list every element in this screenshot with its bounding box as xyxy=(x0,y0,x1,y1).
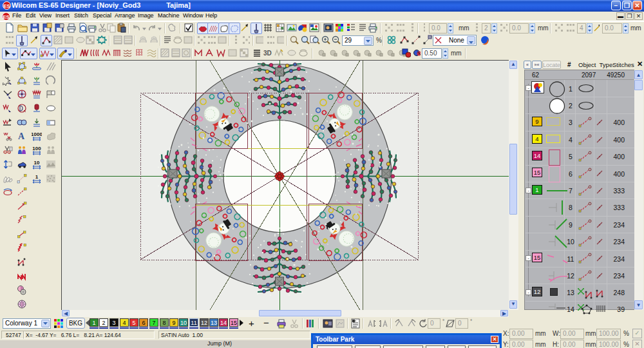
svg-text:1000: 1000 xyxy=(32,131,42,137)
svg-text:100: 100 xyxy=(32,146,41,151)
svg-text:3D: 3D xyxy=(263,50,272,57)
svg-text:A: A xyxy=(18,131,25,141)
svg-text:10: 10 xyxy=(34,160,40,166)
svg-text:1: 1 xyxy=(35,174,39,180)
